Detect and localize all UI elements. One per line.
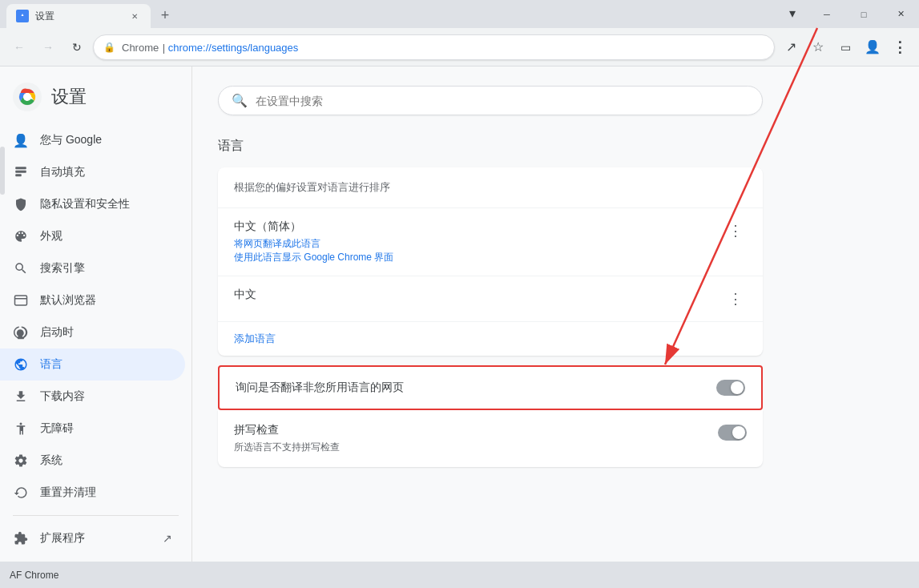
settings-search-input[interactable]: [256, 95, 749, 107]
language-item-1: 中文 ⋮: [218, 276, 763, 322]
sidebar-scrollbar-thumb: [0, 147, 5, 195]
address-separator: |: [163, 42, 168, 54]
forward-button[interactable]: →: [35, 34, 61, 60]
content-area: 🔍 语言 根据您的偏好设置对语言进行排序 中文（简体） 将网页翻译成此语言 使用…: [192, 66, 919, 588]
sidebar-item-accessibility[interactable]: 无障碍: [0, 413, 185, 445]
sidebar-item-extensions[interactable]: 扩展程序 ↗: [0, 522, 185, 554]
download-icon: [13, 389, 29, 405]
sidebar-divider: [13, 515, 179, 516]
address-bar[interactable]: 🔒 Chrome | chrome://settings/languages: [93, 34, 775, 60]
palette-icon: [13, 228, 29, 244]
external-link-icon: ↗: [163, 532, 172, 545]
tab-close-button[interactable]: ✕: [128, 10, 141, 22]
profile-button[interactable]: 👤: [860, 34, 885, 60]
sidebar-item-startup[interactable]: 启动时: [0, 316, 185, 348]
svg-rect-5: [15, 171, 26, 173]
spellcheck-info: 拼写检查 所选语言不支持拼写检查: [234, 423, 340, 454]
settings-search-bar[interactable]: 🔍: [218, 86, 763, 115]
spellcheck-toggle-switch[interactable]: [718, 425, 747, 441]
search-icon: [13, 260, 29, 276]
address-domain: Chrome: [122, 42, 159, 54]
language-more-button-0[interactable]: ⋮: [724, 219, 747, 242]
language-item-0: 中文（简体） 将网页翻译成此语言 使用此语言显示 Google Chrome 界…: [218, 208, 763, 276]
sidebar-app-title: 设置: [51, 85, 87, 109]
section-title: 语言: [218, 138, 893, 155]
bottom-bar: AF Chrome: [0, 562, 919, 588]
lock-icon: 🔒: [103, 42, 115, 53]
back-button[interactable]: ←: [6, 34, 32, 60]
nav-bar: ← → ↻ 🔒 Chrome | chrome://settings/langu…: [0, 28, 919, 66]
sidebar-label-downloads: 下载内容: [40, 389, 172, 404]
address-text: Chrome | chrome://settings/languages: [122, 40, 298, 54]
tab-list-button[interactable]: ▾: [780, 1, 805, 26]
bookmark-button[interactable]: ☆: [805, 34, 831, 60]
language-item-header-0: 中文（简体） 将网页翻译成此语言 使用此语言显示 Google Chrome 界…: [234, 219, 747, 264]
language-name-0: 中文（简体）: [234, 219, 393, 234]
address-path: chrome://settings/languages: [168, 42, 299, 54]
translate-toggle-row: 询问是否翻译非您所用语言的网页: [218, 365, 763, 410]
translate-toggle-label: 询问是否翻译非您所用语言的网页: [236, 381, 404, 395]
language-info-1: 中文: [234, 288, 256, 305]
svg-point-3: [23, 93, 31, 101]
translate-toggle-switch[interactable]: [716, 380, 745, 396]
chrome-logo-icon: [13, 83, 42, 111]
add-language-link[interactable]: 添加语言: [218, 322, 763, 356]
active-tab[interactable]: 设置 ✕: [6, 4, 151, 28]
sidebar-item-search[interactable]: 搜索引擎: [0, 252, 185, 284]
sidebar-item-privacy[interactable]: 隐私设置和安全性: [0, 188, 185, 220]
language-action1-0[interactable]: 将网页翻译成此语言: [234, 237, 393, 251]
sidebar-label-google: 您与 Google: [40, 133, 172, 147]
sidebar-item-appearance[interactable]: 外观: [0, 220, 185, 252]
language-item-header-1: 中文 ⋮: [234, 288, 747, 310]
svg-rect-7: [15, 296, 27, 305]
person-icon: 👤: [13, 132, 29, 148]
close-button[interactable]: ✕: [882, 0, 919, 28]
sidebar-item-system[interactable]: 系统: [0, 445, 185, 477]
bottom-bar-text: AF Chrome: [10, 570, 58, 581]
languages-card: 根据您的偏好设置对语言进行排序 中文（简体） 将网页翻译成此语言 使用此语言显示…: [218, 167, 763, 356]
sidebar-item-google[interactable]: 👤 您与 Google: [0, 124, 185, 156]
menu-button[interactable]: ⋮: [887, 34, 913, 60]
reload-button[interactable]: ↻: [64, 34, 90, 60]
share-button[interactable]: ↗: [778, 34, 804, 60]
sidebar: 设置 👤 您与 Google 自动填充 隐私设置和安全性 外观: [0, 66, 192, 588]
sidebar-item-autofill[interactable]: 自动填充: [0, 156, 185, 188]
sidebar-label-appearance: 外观: [40, 229, 172, 244]
sidebar-item-downloads[interactable]: 下载内容: [0, 381, 185, 413]
sidebar-logo: 设置: [0, 73, 191, 124]
autofill-icon: [13, 164, 29, 180]
sidebar-label-search: 搜索引擎: [40, 261, 172, 276]
spellcheck-title: 拼写检查: [234, 423, 340, 437]
sidebar-label-autofill: 自动填充: [40, 165, 172, 179]
spellcheck-section: 拼写检查 所选语言不支持拼写检查: [218, 410, 763, 467]
svg-rect-6: [15, 174, 22, 176]
minimize-button[interactable]: ─: [808, 0, 845, 28]
language-name-1: 中文: [234, 288, 256, 302]
sidebar-label-system: 系统: [40, 453, 172, 468]
accessibility-icon: [13, 421, 29, 437]
window-controls: ─ □ ✕: [808, 0, 919, 28]
tab-favicon: [16, 10, 29, 22]
maximize-button[interactable]: □: [845, 0, 882, 28]
sidebar-item-browser[interactable]: 默认浏览器: [0, 284, 185, 316]
browser-icon: [13, 292, 29, 308]
nav-actions: ↗ ☆ ▭ 👤 ⋮: [778, 34, 913, 60]
sidebar-toggle-button[interactable]: ▭: [832, 34, 858, 60]
new-tab-button[interactable]: +: [154, 4, 176, 26]
language-action2-0[interactable]: 使用此语言显示 Google Chrome 界面: [234, 251, 393, 264]
sidebar-item-language[interactable]: 语言: [0, 348, 185, 381]
tab-title: 设置: [35, 10, 122, 23]
title-bar: 设置 ✕ + ▾ ─ □ ✕: [0, 0, 919, 28]
language-more-button-1[interactable]: ⋮: [724, 288, 747, 310]
spellcheck-row: 拼写检查 所选语言不支持拼写检查: [218, 410, 763, 467]
main-layout: 设置 👤 您与 Google 自动填充 隐私设置和安全性 外观: [0, 66, 919, 588]
spellcheck-subtitle: 所选语言不支持拼写检查: [234, 441, 340, 454]
power-icon: [13, 324, 29, 340]
sidebar-item-reset[interactable]: 重置并清理: [0, 477, 185, 509]
language-icon: [13, 356, 29, 373]
search-bar-icon: 🔍: [232, 93, 248, 108]
sidebar-label-extensions: 扩展程序: [40, 531, 85, 546]
sidebar-label-language: 语言: [40, 357, 172, 372]
sidebar-label-startup: 启动时: [40, 325, 172, 340]
settings-icon: [13, 453, 29, 469]
